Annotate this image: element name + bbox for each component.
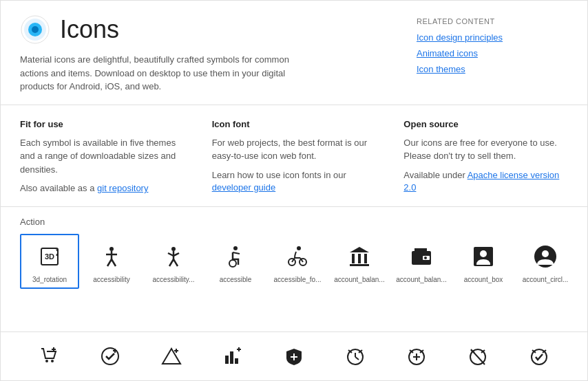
icon-3d-rotation[interactable]: 3D 3d_rotation — [20, 234, 79, 289]
icon-add-shopping-cart[interactable] — [20, 339, 78, 373]
related-link-icon-design[interactable]: Icon design principles — [417, 32, 568, 43]
icon-alarm[interactable] — [326, 339, 384, 373]
icon-account-balance[interactable]: account_balan... — [330, 234, 389, 289]
svg-point-39 — [51, 360, 54, 362]
hero-header: Icons — [20, 14, 389, 45]
icon-label-accessible: accessible — [208, 276, 263, 283]
page-title: Icons — [60, 15, 119, 44]
add-to-drive-glyph — [161, 346, 182, 367]
svg-point-35 — [480, 250, 487, 257]
icon-account-circle[interactable]: account_circl... — [516, 234, 575, 289]
svg-rect-28 — [364, 254, 367, 263]
material-logo — [20, 14, 50, 45]
add-shopping-cart-glyph — [39, 346, 59, 367]
svg-point-38 — [45, 360, 48, 362]
account-circle-glyph — [533, 244, 558, 273]
svg-line-57 — [355, 357, 359, 360]
svg-rect-48 — [225, 356, 229, 364]
svg-line-9 — [107, 259, 112, 266]
svg-rect-49 — [230, 351, 233, 364]
alarm-glyph — [345, 346, 366, 367]
features-section: Fit for use Each symbol is available in … — [1, 105, 587, 207]
related-content: RELATED CONTENT Icon design principles A… — [417, 14, 568, 94]
icon-account-balance-wallet[interactable]: account_balan... — [392, 234, 451, 289]
icon-alarm-on[interactable] — [510, 339, 568, 373]
related-label: RELATED CONTENT — [417, 17, 568, 25]
alarm-off-glyph — [468, 346, 488, 367]
svg-point-20 — [297, 246, 301, 250]
3d-rotation-glyph: 3D — [37, 244, 62, 273]
icon-accessibility[interactable]: accessibility — [82, 234, 141, 289]
add-chart-glyph — [222, 346, 243, 367]
feature-fit-for-use: Fit for use Each symbol is available in … — [20, 119, 185, 195]
icon-accessible-forward[interactable]: accessible_fo... — [268, 234, 327, 289]
alarm-add-glyph — [406, 346, 427, 367]
icons-section-label: Action — [20, 217, 568, 227]
icon-label-accessibility: accessibility — [84, 276, 139, 283]
hero-description: Material icons are delightful, beautiful… — [20, 53, 309, 94]
icon-account-box[interactable]: account_box — [454, 234, 513, 289]
add-task-glyph — [100, 346, 120, 367]
feature-2-title: Icon font — [212, 119, 377, 129]
icon-label-accessible-forward: accessible_fo... — [270, 276, 325, 283]
icon-accessible[interactable]: accessible — [206, 234, 265, 289]
svg-rect-33 — [414, 248, 427, 252]
svg-line-19 — [233, 252, 240, 254]
icon-alarm-off[interactable] — [448, 339, 507, 373]
feature-3-desc: Our icons are free for everyone to use. … — [403, 136, 568, 163]
icon-label-3d-rotation: 3d_rotation — [22, 276, 77, 283]
icon-add-to-drive[interactable] — [143, 339, 201, 373]
feature-1-extra: Also available as a — [20, 183, 97, 193]
related-link-icon-themes[interactable]: Icon themes — [417, 64, 568, 74]
feature-2-desc: For web projects, the best format is our… — [212, 136, 377, 163]
account-balance-glyph — [347, 244, 372, 273]
developer-guide-link[interactable]: developer guide — [212, 182, 276, 193]
svg-line-10 — [112, 259, 116, 266]
icon-label-account-balance-wallet: account_balan... — [394, 276, 449, 283]
accessible-glyph — [223, 244, 248, 273]
icon-label-account-box: account_box — [456, 276, 511, 283]
icon-add-task[interactable] — [81, 339, 140, 373]
svg-marker-25 — [350, 247, 369, 252]
related-link-animated[interactable]: Animated icons — [417, 48, 568, 58]
feature-3-title: Open source — [403, 119, 568, 129]
svg-point-32 — [424, 257, 427, 259]
icon-accessibility-new[interactable]: accessibility... — [144, 234, 203, 289]
account-box-glyph — [471, 244, 496, 273]
icons-main-row: 3D 3d_rotation — [20, 234, 568, 289]
feature-open-source: Open source Our icons are free for every… — [403, 119, 568, 195]
feature-2-extra: Learn how to use icon fonts in our — [212, 170, 346, 180]
hero-left: Icons Material icons are delightful, bea… — [20, 14, 417, 94]
git-repository-link[interactable]: git repository — [97, 183, 148, 193]
icons-section: Action 3D 3d_rotation — [1, 207, 587, 332]
svg-rect-27 — [358, 254, 361, 263]
svg-line-16 — [174, 259, 178, 266]
svg-point-37 — [542, 250, 549, 257]
icon-label-account-balance: account_balan... — [332, 276, 387, 283]
feature-1-title: Fit for use — [20, 119, 185, 129]
icon-add-chart[interactable] — [204, 339, 262, 373]
feature-3-extra: Available under — [403, 170, 467, 180]
icon-label-account-circle: account_circl... — [518, 276, 573, 283]
icon-label-accessibility-new: accessibility... — [146, 276, 201, 283]
hero-section: Icons Material icons are delightful, bea… — [1, 1, 587, 105]
feature-icon-font: Icon font For web projects, the best for… — [212, 119, 377, 195]
svg-rect-29 — [350, 264, 369, 266]
svg-point-18 — [229, 260, 236, 267]
svg-point-3 — [32, 26, 39, 33]
svg-rect-50 — [235, 358, 238, 364]
add-moderator-glyph — [284, 346, 304, 367]
alarm-on-glyph — [529, 346, 549, 367]
accessibility-glyph — [99, 244, 124, 273]
svg-line-15 — [169, 259, 174, 266]
account-balance-wallet-glyph — [409, 244, 434, 273]
feature-1-desc: Each symbol is available in five themes … — [20, 136, 185, 177]
svg-text:3D: 3D — [45, 252, 54, 261]
bottom-icons-row — [1, 331, 587, 380]
svg-rect-26 — [352, 254, 355, 263]
accessible-forward-glyph — [285, 244, 310, 273]
icon-alarm-add[interactable] — [387, 339, 445, 373]
svg-point-11 — [171, 247, 176, 251]
icon-add-moderator[interactable] — [265, 339, 324, 373]
svg-point-6 — [109, 247, 114, 251]
